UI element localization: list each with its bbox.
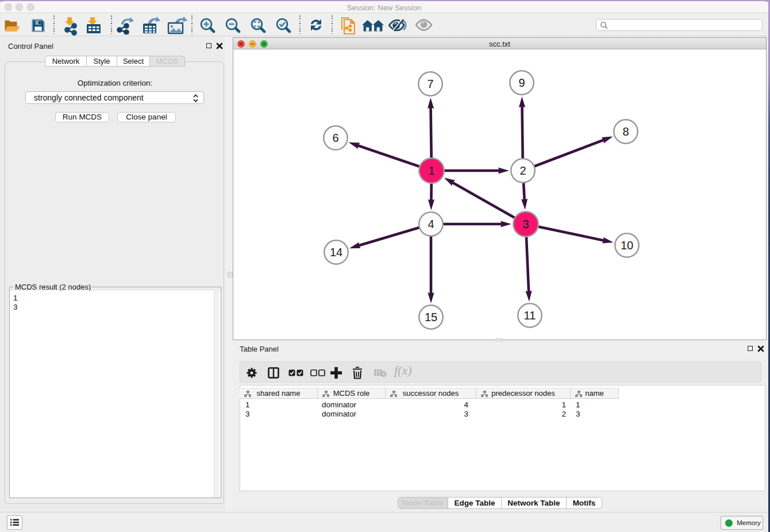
svg-text:15: 15 xyxy=(425,311,437,323)
svg-text:4: 4 xyxy=(428,218,434,230)
svg-text:11: 11 xyxy=(524,309,536,322)
svg-text:7: 7 xyxy=(427,78,433,90)
svg-text:10: 10 xyxy=(621,239,633,252)
svg-text:9: 9 xyxy=(518,76,525,89)
svg-text:8: 8 xyxy=(622,125,629,138)
svg-text:14: 14 xyxy=(330,246,342,259)
svg-text:3: 3 xyxy=(522,218,529,230)
svg-text:2: 2 xyxy=(519,164,526,177)
svg-text:1: 1 xyxy=(428,164,434,177)
svg-text:6: 6 xyxy=(332,132,338,144)
